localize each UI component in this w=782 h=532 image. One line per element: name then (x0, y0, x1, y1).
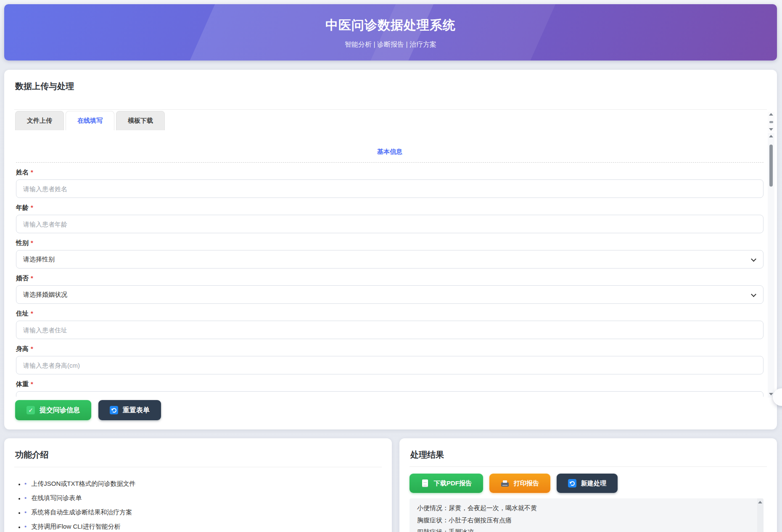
data-upload-card: 数据上传与处理 文件上传 在线填写 模板下载 基本信息 姓名 年龄 性别 请选择… (4, 70, 777, 429)
tabstrip-scrollbar[interactable] (768, 112, 774, 132)
field-label-name: 姓名 (16, 169, 767, 176)
tab-online-form[interactable]: 在线填写 (66, 111, 114, 130)
download-pdf-label: 下载PDF报告 (434, 479, 472, 487)
tab-template-download[interactable]: 模板下载 (116, 111, 165, 130)
new-process-button[interactable]: 新建处理 (557, 474, 618, 493)
reset-button-label: 重置表单 (123, 406, 150, 415)
results-card: 处理结果 下载PDF报告 打印报告 新建处理 小便情况：尿黄，会夜起一次，喝水就… (399, 438, 777, 532)
refresh-icon (568, 479, 576, 487)
list-item: 在线填写问诊表单 (24, 494, 136, 502)
feature-list: 上传JSON或TXT格式的问诊数据文件 在线填写问诊表单 系统将自动生成诊断结果… (17, 474, 136, 532)
results-card-title: 处理结果 (410, 449, 444, 461)
marital-status-select[interactable]: 请选择婚姻状况 (16, 285, 764, 304)
weight-input[interactable] (16, 391, 764, 397)
list-item: 支持调用iFlow CLI进行智能分析 (24, 523, 136, 531)
section-title-basic-info: 基本信息 (16, 148, 764, 156)
list-item: 系统将自动生成诊断结果和治疗方案 (24, 508, 136, 516)
scroll-down-icon[interactable] (769, 128, 773, 131)
divider (14, 109, 767, 110)
print-report-button[interactable]: 打印报告 (489, 474, 550, 493)
features-card: 功能介绍 上传JSON或TXT格式的问诊数据文件 在线填写问诊表单 系统将自动生… (4, 438, 392, 532)
height-input[interactable] (16, 356, 764, 374)
reset-form-button[interactable]: 重置表单 (98, 400, 161, 420)
chevron-down-icon (751, 256, 756, 262)
scroll-up-icon[interactable] (758, 501, 762, 503)
submit-consultation-button[interactable]: ✓ 提交问诊信息 (15, 400, 91, 420)
age-input[interactable] (16, 215, 764, 233)
field-label-weight: 体重 (16, 380, 767, 388)
field-label-height: 身高 (16, 345, 767, 353)
document-icon (421, 479, 429, 487)
chevron-down-icon (751, 292, 756, 297)
result-output-box[interactable]: 小便情况：尿黄，会夜起一次，喝水就不黄 胸腹症状：小肚子右侧按压有点痛 四肢症状… (409, 498, 764, 532)
upload-card-title: 数据上传与处理 (15, 81, 74, 92)
marital-select-value: 请选择婚姻状况 (23, 291, 67, 299)
app-subtitle: 智能分析 | 诊断报告 | 治疗方案 (4, 40, 777, 49)
scroll-up-icon[interactable] (769, 135, 773, 137)
dashed-divider (16, 162, 764, 163)
refresh-icon (110, 406, 118, 414)
tab-file-upload[interactable]: 文件上传 (15, 111, 64, 130)
field-label-marital: 婚否 (16, 274, 767, 282)
print-report-label: 打印报告 (514, 479, 539, 487)
form-action-buttons: ✓ 提交问诊信息 重置表单 (15, 400, 161, 420)
new-process-label: 新建处理 (581, 479, 606, 487)
scroll-up-icon[interactable] (769, 113, 773, 116)
upload-tabs: 文件上传 在线填写 模板下载 (15, 111, 165, 130)
features-card-title: 功能介绍 (15, 449, 49, 461)
name-input[interactable] (16, 179, 764, 198)
field-label-gender: 性别 (16, 239, 767, 247)
gender-select[interactable]: 请选择性别 (16, 250, 764, 269)
app-title: 中医问诊数据处理系统 (4, 17, 777, 34)
download-pdf-button[interactable]: 下载PDF报告 (409, 474, 483, 493)
scrollbar-thumb[interactable] (769, 145, 773, 187)
app-header-banner: 中医问诊数据处理系统 智能分析 | 诊断报告 | 治疗方案 (4, 4, 777, 61)
gender-select-value: 请选择性别 (23, 255, 55, 263)
field-label-address: 住址 (16, 310, 767, 318)
address-input[interactable] (16, 321, 764, 339)
printer-icon (501, 479, 509, 487)
list-item: 上传JSON或TXT格式的问诊数据文件 (24, 480, 136, 488)
divider (14, 467, 382, 467)
result-scrollbar[interactable] (757, 498, 764, 532)
submit-button-label: 提交问诊信息 (40, 406, 80, 415)
divider (409, 466, 767, 467)
field-label-age: 年龄 (16, 204, 767, 212)
check-icon: ✓ (26, 406, 35, 414)
form-scrollbar[interactable] (768, 133, 774, 398)
result-line: 小便情况：尿黄，会夜起一次，喝水就不黄 (417, 502, 763, 514)
online-form-scroll-area[interactable]: 基本信息 姓名 年龄 性别 请选择性别 婚否 请选择婚姻状况 住址 身高 体重 (5, 133, 767, 397)
result-line: 四肢症状：手脚冰凉 (417, 526, 763, 532)
result-line: 胸腹症状：小肚子右侧按压有点痛 (417, 514, 763, 527)
result-action-buttons: 下载PDF报告 打印报告 新建处理 (409, 474, 618, 493)
scrollbar-thumb[interactable] (769, 121, 773, 123)
